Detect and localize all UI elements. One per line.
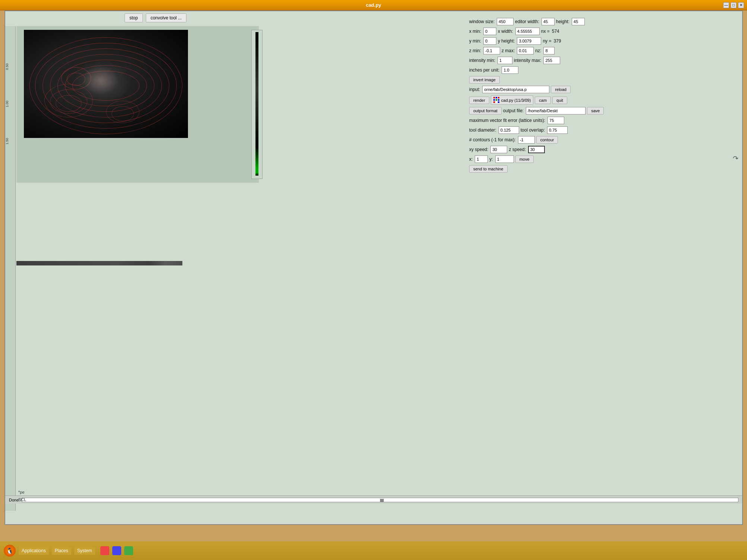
ubuntu-logo[interactable]: 🐧 xyxy=(4,545,16,557)
cad-label: cad.py (11/3/09) xyxy=(501,98,531,103)
intensity-min-label: intensity min: xyxy=(469,58,495,63)
ring-3 xyxy=(56,95,82,112)
quit-button[interactable]: quit xyxy=(552,97,567,104)
row-intensity: intensity min: intensity max: xyxy=(469,57,732,64)
output-file-input[interactable] xyxy=(526,107,586,114)
control-panel: window size: editor width: height: x min… xyxy=(466,15,735,178)
cad-button[interactable]: cad.py (11/3/09) xyxy=(491,95,534,105)
nx-label: nx = xyxy=(541,29,550,34)
row-y: y min: y height: ny = 379 xyxy=(469,37,732,45)
input-label: input: xyxy=(469,87,480,92)
taskbar: 🐧 Applications Places System xyxy=(0,541,747,560)
x-coord-input[interactable] xyxy=(475,155,488,163)
y-height-input[interactable] xyxy=(517,37,541,45)
move-button[interactable]: move xyxy=(515,155,534,163)
x-min-input[interactable] xyxy=(483,28,496,35)
dot-4 xyxy=(493,99,495,101)
send-to-machine-button[interactable]: send to machine xyxy=(469,165,508,173)
xy-speed-input[interactable] xyxy=(490,146,507,153)
row-inches: inches per unit: xyxy=(469,66,732,74)
x-width-input[interactable] xyxy=(515,28,540,35)
nx-value: 574 xyxy=(552,29,559,34)
row-speed: xy speed: z speed: xyxy=(469,146,732,153)
ruler-label-3: 1.50 xyxy=(5,138,9,145)
z-min-label: z min: xyxy=(469,48,481,53)
y-coord-label: y: xyxy=(489,157,493,162)
z-speed-input[interactable] xyxy=(528,146,545,153)
dot-8 xyxy=(496,101,497,103)
close-button[interactable]: ✕ xyxy=(738,2,744,8)
intensity-min-input[interactable] xyxy=(498,57,512,64)
save-button[interactable]: save xyxy=(587,107,604,114)
dot-5 xyxy=(496,99,497,101)
row-coords: x: y: move xyxy=(469,155,732,163)
vertical-bar xyxy=(255,32,258,176)
tool-diameter-label: tool diameter: xyxy=(469,128,496,133)
window-size-input[interactable] xyxy=(497,18,514,25)
stop-button[interactable]: stop xyxy=(125,13,143,22)
maximize-button[interactable]: □ xyxy=(731,2,737,8)
applications-menu[interactable]: Applications xyxy=(19,547,49,555)
ring-5 xyxy=(112,106,134,121)
main-image xyxy=(24,30,188,138)
y-min-input[interactable] xyxy=(483,37,496,45)
row-send: send to machine xyxy=(469,165,732,173)
tool-diameter-input[interactable] xyxy=(499,126,519,134)
y-min-label: y min: xyxy=(469,38,481,44)
statusbar: Done xyxy=(5,495,742,504)
dot-2 xyxy=(496,97,497,98)
row-contours: # contours (-1 for max): contour xyxy=(469,136,732,144)
dot-6 xyxy=(498,99,499,101)
minimize-button[interactable]: — xyxy=(723,2,729,8)
dot-7 xyxy=(493,101,495,103)
editor-width-label: editor width: xyxy=(515,19,539,24)
max-vector-label: maximum vector fit error (lattice units)… xyxy=(469,118,545,123)
contour-button[interactable]: contour xyxy=(536,136,558,144)
ny-value: 379 xyxy=(553,38,561,44)
vertical-preview xyxy=(251,30,263,179)
height-label: height: xyxy=(556,19,569,24)
x-coord-label: x: xyxy=(469,157,473,162)
places-menu[interactable]: Places xyxy=(52,547,71,555)
nz-label: nz: xyxy=(535,48,541,53)
reload-button[interactable]: reload xyxy=(551,86,571,93)
contours-input[interactable] xyxy=(518,136,535,144)
render-button[interactable]: render xyxy=(469,97,489,104)
z-max-input[interactable] xyxy=(517,47,534,54)
x-min-label: x min: xyxy=(469,29,481,34)
window-size-label: window size: xyxy=(469,19,495,24)
taskbar-icon-2[interactable] xyxy=(112,546,121,555)
status-text: Done xyxy=(9,498,19,502)
label-pe: *pe xyxy=(18,490,25,494)
titlebar: cad.py — □ ✕ xyxy=(0,0,747,10)
ruler-strip: 0.50 1.00 1.50 xyxy=(5,26,16,511)
system-menu[interactable]: System xyxy=(74,547,95,555)
cam-button[interactable]: cam xyxy=(535,97,551,104)
height-input[interactable] xyxy=(572,18,585,25)
taskbar-icon-1[interactable] xyxy=(100,546,109,555)
max-vector-input[interactable] xyxy=(547,117,564,124)
ny-label: ny = xyxy=(543,38,551,44)
taskbar-icon-3[interactable] xyxy=(124,546,133,555)
y-coord-input[interactable] xyxy=(495,155,514,163)
scroll-right-icon[interactable]: ↷ xyxy=(733,154,738,381)
inches-per-unit-input[interactable] xyxy=(502,66,518,74)
input-field[interactable] xyxy=(482,86,549,93)
tool-overlap-input[interactable] xyxy=(547,126,568,134)
row-render: render cad.py (11/3/09) cam quit xyxy=(469,95,732,105)
intensity-max-input[interactable] xyxy=(543,57,560,64)
output-format-button[interactable]: output format xyxy=(469,107,502,114)
editor-width-input[interactable] xyxy=(542,18,555,25)
ruler-label-2: 1.00 xyxy=(5,101,9,107)
contour-canvas xyxy=(24,30,188,138)
nz-input[interactable] xyxy=(543,47,555,54)
row-x: x min: x width: nx = 574 xyxy=(469,28,732,35)
invert-image-button[interactable]: invert image xyxy=(469,76,500,84)
convolve-button[interactable]: convolve tool ... xyxy=(146,13,186,22)
row-invert: invert image xyxy=(469,76,732,84)
z-min-input[interactable] xyxy=(483,47,500,54)
dot-1 xyxy=(493,97,495,98)
inches-per-unit-label: inches per unit: xyxy=(469,67,499,73)
window-controls[interactable]: — □ ✕ xyxy=(723,2,744,8)
y-height-label: y height: xyxy=(498,38,515,44)
